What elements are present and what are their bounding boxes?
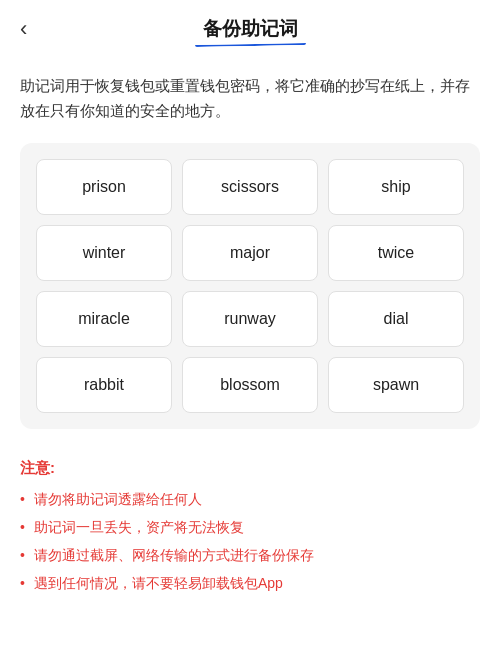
mnemonic-grid: prisonscissorsshipwintermajortwicemiracl…: [36, 159, 464, 413]
back-button[interactable]: ‹: [20, 18, 27, 40]
mnemonic-word: winter: [36, 225, 172, 281]
mnemonic-word: rabbit: [36, 357, 172, 413]
mnemonic-word: prison: [36, 159, 172, 215]
header: ‹ 备份助记词: [0, 0, 500, 58]
mnemonic-word: twice: [328, 225, 464, 281]
mnemonic-word: major: [182, 225, 318, 281]
notice-item: 请勿通过截屏、网络传输的方式进行备份保存: [20, 544, 480, 568]
page-title: 备份助记词: [203, 16, 298, 42]
notice-item: 遇到任何情况，请不要轻易卸载钱包App: [20, 572, 480, 596]
mnemonic-word: miracle: [36, 291, 172, 347]
mnemonic-container: prisonscissorsshipwintermajortwicemiracl…: [20, 143, 480, 429]
notice-item: 请勿将助记词透露给任何人: [20, 488, 480, 512]
notice-title: 注意:: [20, 459, 480, 478]
mnemonic-word: scissors: [182, 159, 318, 215]
mnemonic-word: runway: [182, 291, 318, 347]
mnemonic-word: dial: [328, 291, 464, 347]
notice-list: 请勿将助记词透露给任何人助记词一旦丢失，资产将无法恢复请勿通过截屏、网络传输的方…: [20, 488, 480, 595]
mnemonic-word: spawn: [328, 357, 464, 413]
notice-section: 注意: 请勿将助记词透露给任何人助记词一旦丢失，资产将无法恢复请勿通过截屏、网络…: [0, 449, 500, 619]
description-text: 助记词用于恢复钱包或重置钱包密码，将它准确的抄写在纸上，并存放在只有你知道的安全…: [0, 58, 500, 143]
mnemonic-word: ship: [328, 159, 464, 215]
notice-item: 助记词一旦丢失，资产将无法恢复: [20, 516, 480, 540]
mnemonic-word: blossom: [182, 357, 318, 413]
